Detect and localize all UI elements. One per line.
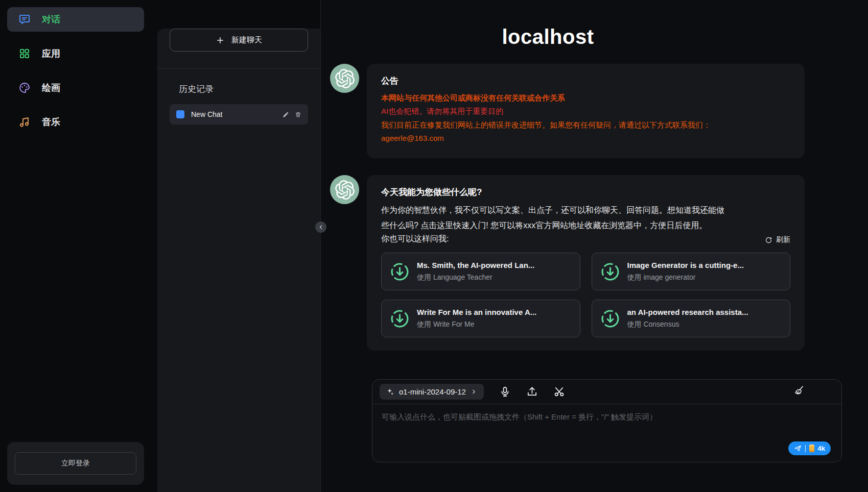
history-item[interactable]: New Chat xyxy=(170,104,308,125)
composer-toolbar: o1-mini-2024-09-12 xyxy=(372,380,841,404)
download-circle-icon xyxy=(601,309,620,328)
announcement-line: 本网站与任何其他公司或商标没有任何关联或合作关系 xyxy=(381,91,790,105)
model-selector[interactable]: o1-mini-2024-09-12 xyxy=(380,384,484,400)
history-actions xyxy=(283,111,301,118)
contact-email-link[interactable]: ageerle@163.com xyxy=(381,134,444,142)
broom-icon[interactable] xyxy=(793,385,805,397)
suggestion-title: an AI-powered research assista... xyxy=(627,308,748,316)
history-title: 历史记录 xyxy=(157,69,320,104)
login-panel: 立即登录 xyxy=(7,442,144,485)
divider xyxy=(805,445,806,452)
history-item-title: New Chat xyxy=(191,110,222,118)
suggestion-grid: Ms. Smith, the AI-powered Lan... 使用 Lang… xyxy=(381,253,790,337)
delete-icon[interactable] xyxy=(295,111,301,118)
sidebar-item-label: 应用 xyxy=(42,47,60,60)
microphone-icon[interactable] xyxy=(499,386,511,398)
openai-logo-icon xyxy=(335,180,355,200)
session-title: localhost xyxy=(330,26,766,48)
message-announcement: 公告 本网站与任何其他公司或商标没有任何关联或合作关系 AI也会犯错。请勿将其用… xyxy=(330,64,805,158)
collapse-sidebar-button[interactable] xyxy=(315,222,326,233)
ask-label: 你也可以这样问我: xyxy=(381,234,449,244)
refresh-suggestions-button[interactable]: 刷新 xyxy=(765,235,790,244)
send-button[interactable]: 4k xyxy=(788,441,831,455)
chevron-left-icon xyxy=(318,224,324,230)
palette-icon xyxy=(18,82,31,94)
announcement-heading: 公告 xyxy=(381,75,790,87)
composer-body: 4k xyxy=(372,404,841,462)
chat-bubble-icon xyxy=(18,13,31,26)
music-note-icon xyxy=(18,116,31,128)
sidebar-item-chat[interactable]: 对话 xyxy=(7,7,144,32)
model-name: o1-mini-2024-09-12 xyxy=(399,387,466,396)
chat-list-column: 新建聊天 历史记录 New Chat xyxy=(151,0,321,492)
refresh-icon xyxy=(765,236,772,244)
new-chat-label: 新建聊天 xyxy=(231,35,262,45)
suggestion-card[interactable]: an AI-powered research assista... 使用 Con… xyxy=(592,300,791,337)
announcement-line: 我们目前正在修复我们网站上的错误并改进细节。如果您有任何疑问，请通过以下方式联系… xyxy=(381,118,790,132)
composer: o1-mini-2024-09-12 4k xyxy=(372,379,842,462)
login-button[interactable]: 立即登录 xyxy=(15,452,136,475)
openai-logo-icon xyxy=(335,69,355,88)
message-list: 公告 本网站与任何其他公司或商标没有任何关联或合作关系 AI也会犯错。请勿将其用… xyxy=(321,64,868,351)
assistant-avatar xyxy=(330,64,359,93)
announcement-line: AI也会犯错。请勿将其用于重要目的 xyxy=(381,105,790,118)
plus-icon xyxy=(216,36,225,45)
chevron-right-icon xyxy=(471,388,477,395)
suggestion-card[interactable]: Image Generator is a cutting-e... 使用 ima… xyxy=(592,253,791,290)
suggestion-title: Ms. Smith, the AI-powered Lan... xyxy=(417,261,534,269)
suggestion-subtitle: 使用 Language Teacher xyxy=(417,273,534,282)
sidebar-item-drawing[interactable]: 绘画 xyxy=(7,76,144,100)
sparkle-icon xyxy=(386,388,394,396)
sidebar-item-label: 绘画 xyxy=(42,82,60,94)
chat-list-panel: 新建聊天 历史记录 New Chat xyxy=(157,29,320,492)
assistant-avatar xyxy=(330,175,359,204)
sidebar-item-apps[interactable]: 应用 xyxy=(7,41,144,66)
sidebar-item-music[interactable]: 音乐 xyxy=(7,110,144,134)
suggestion-card[interactable]: Write For Me is an innovative A... 使用 Wr… xyxy=(381,300,580,337)
paper-plane-icon xyxy=(794,445,802,452)
upload-icon[interactable] xyxy=(526,386,538,398)
apps-grid-icon xyxy=(18,47,31,60)
suggestion-title: Image Generator is a cutting-e... xyxy=(627,261,744,269)
suggestion-subtitle: 使用 image generator xyxy=(627,273,744,282)
app-window: 对话 应用 绘画 音乐 立即登录 新建聊天 历史记录 xyxy=(0,0,868,492)
sidebar-item-label: 对话 xyxy=(42,13,60,26)
message-input[interactable] xyxy=(372,404,841,462)
message-bubble: 公告 本网站与任何其他公司或商标没有任何关联或合作关系 AI也会犯错。请勿将其用… xyxy=(367,64,805,158)
welcome-heading: 今天我能为您做些什么呢? xyxy=(381,186,790,198)
suggestion-card[interactable]: Ms. Smith, the AI-powered Lan... 使用 Lang… xyxy=(381,253,580,290)
refresh-label: 刷新 xyxy=(776,235,790,244)
scissors-icon[interactable] xyxy=(553,386,565,398)
message-bubble: 今天我能为您做些什么呢? 作为你的智慧伙伴，我不仅可以写文案、出点子，还可以和你… xyxy=(367,175,805,351)
download-circle-icon xyxy=(601,262,620,281)
sidebar-item-label: 音乐 xyxy=(42,116,60,128)
sidebar: 对话 应用 绘画 音乐 立即登录 xyxy=(0,0,151,492)
clear-context-wrap xyxy=(793,385,805,399)
new-chat-button[interactable]: 新建聊天 xyxy=(170,29,308,52)
suggestion-title: Write For Me is an innovative A... xyxy=(417,308,536,316)
token-badge: 4k xyxy=(818,445,825,452)
download-circle-icon xyxy=(390,309,409,328)
token-coin-icon xyxy=(809,445,814,452)
chat-avatar-square xyxy=(176,110,184,118)
suggestion-subtitle: 使用 Write For Me xyxy=(417,320,536,329)
chat-main: localhost 公告 本网站与任何其他公司或商标没有任何关联或合作关系 AI… xyxy=(321,0,868,492)
message-welcome: 今天我能为您做些什么呢? 作为你的智慧伙伴，我不仅可以写文案、出点子，还可以和你… xyxy=(330,175,805,351)
edit-icon[interactable] xyxy=(283,111,289,118)
suggestion-subtitle: 使用 Consensus xyxy=(627,320,748,329)
download-circle-icon xyxy=(390,262,409,281)
welcome-body: 作为你的智慧伙伴，我不仅可以写文案、出点子，还可以和你聊天、回答问题。想知道我还… xyxy=(381,203,729,233)
